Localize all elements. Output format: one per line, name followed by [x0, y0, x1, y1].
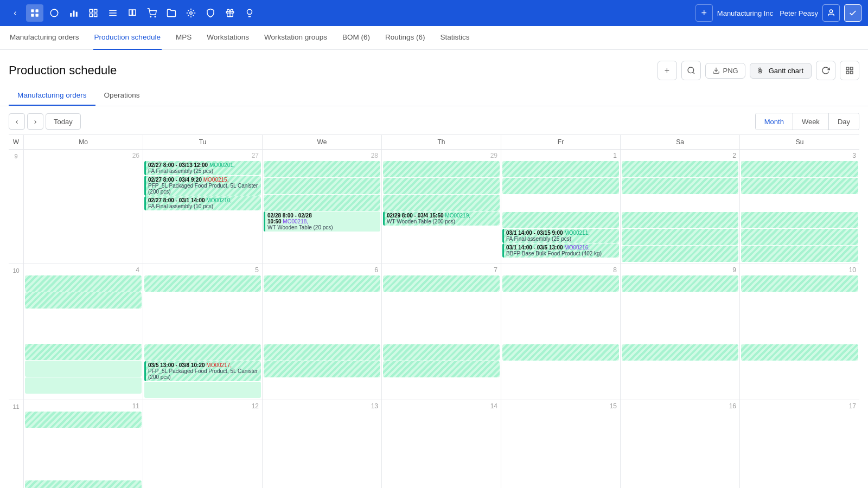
plus-button[interactable]: + — [695, 4, 713, 22]
e1-cont3 — [502, 161, 619, 177]
fri-header: Fr — [501, 135, 621, 149]
sub-tab-manufacturing-orders[interactable]: Manufacturing orders — [9, 87, 95, 106]
add-button[interactable]: + — [658, 61, 677, 80]
bulb-icon[interactable] — [241, 4, 258, 22]
list-icon[interactable] — [104, 4, 122, 22]
back-icon[interactable]: ‹ — [7, 4, 24, 22]
event-e4[interactable]: 02/28 8:00 - 02/28 10:50 MO00218, WT Woo… — [264, 211, 380, 232]
day-15: 15 — [501, 400, 621, 488]
gift-icon[interactable] — [221, 4, 239, 22]
check-icon[interactable] — [844, 4, 861, 22]
book-icon[interactable] — [124, 4, 141, 22]
event-e5[interactable]: 02/29 8:00 - 03/4 15:50 MO00219, WT Wood… — [383, 211, 500, 226]
cart-icon[interactable] — [143, 4, 161, 22]
search-button[interactable] — [681, 61, 701, 80]
svg-rect-6 — [73, 11, 75, 17]
nav-bom[interactable]: BOM (6) — [341, 26, 371, 50]
grid-icon[interactable] — [85, 4, 102, 22]
chart-icon[interactable] — [65, 4, 82, 22]
e10-we — [264, 361, 380, 377]
month-view-button[interactable]: Month — [756, 113, 793, 130]
nav-statistics[interactable]: Statistics — [439, 26, 471, 50]
event-e10[interactable]: 03/5 13:00 - 03/8 10:20 MO00217, PFP_5L … — [144, 361, 261, 381]
e7-sa — [622, 246, 738, 262]
nav-mps[interactable]: MPS — [175, 26, 193, 50]
svg-rect-11 — [94, 14, 97, 17]
gantt-label: Gantt chart — [769, 67, 803, 75]
event-e6[interactable]: 03/1 14:00 - 03/15 9:00 MO00211, FA Fina… — [502, 229, 619, 243]
event-e3-cont2 — [383, 195, 500, 211]
svg-rect-28 — [846, 71, 849, 74]
week-10-days: 10 4 5 — [9, 264, 859, 400]
svg-point-16 — [155, 16, 156, 17]
e5-cont — [502, 212, 619, 228]
day-27-num: 27 — [144, 152, 261, 160]
gantt-chart-button[interactable]: Gantt chart — [750, 63, 812, 79]
e2-sa — [622, 178, 738, 194]
svg-rect-8 — [90, 9, 92, 12]
folder-icon[interactable] — [163, 4, 180, 22]
page-header: Production schedule + PNG Gantt chart — [0, 50, 868, 87]
page-title: Production schedule — [9, 63, 117, 78]
sub-tab-operations[interactable]: Operations — [95, 87, 149, 106]
view-toggle-button[interactable] — [840, 61, 859, 80]
next-button[interactable]: › — [27, 113, 43, 130]
event-e1-cont2 — [383, 161, 500, 177]
today-button[interactable]: Today — [46, 113, 81, 130]
settings-icon[interactable] — [182, 4, 200, 22]
wed-header: We — [263, 135, 382, 149]
sat-header: Sa — [621, 135, 740, 149]
thu-header: Th — [382, 135, 501, 149]
svg-rect-9 — [94, 9, 97, 12]
e2-su — [741, 178, 858, 194]
day-2-num: 2 — [622, 152, 738, 160]
day-13: 13 — [263, 400, 382, 488]
week-11-num: 11 — [9, 400, 24, 488]
svg-rect-1 — [36, 9, 39, 12]
e2-w10-mo — [25, 292, 142, 309]
nav-routings[interactable]: Routings (6) — [384, 26, 426, 50]
e6-fr — [502, 344, 619, 361]
app-icon-1[interactable] — [26, 4, 43, 22]
calendar-header: W Mo Tu We Th Fr Sa Su — [9, 134, 859, 149]
event-e2[interactable]: 02/27 8:00 - 03/4 9:20 MO00215, PFP_5L P… — [144, 176, 261, 196]
day-12-num: 12 — [144, 402, 261, 411]
nav-manufacturing-orders[interactable]: Manufacturing orders — [9, 26, 80, 50]
e1-th — [383, 275, 500, 292]
week-11-days: 11 11 12 13 14 15 — [9, 400, 859, 488]
week-11-row: 11 11 12 13 14 15 — [9, 400, 859, 488]
svg-rect-3 — [36, 14, 39, 17]
shield-icon[interactable] — [202, 4, 219, 22]
nav-workstation-groups[interactable]: Workstation groups — [263, 26, 328, 50]
calendar: W Mo Tu We Th Fr Sa Su 9 26 27 02/27 8:0… — [0, 130, 868, 488]
e1-su2 — [741, 275, 858, 292]
user-avatar-icon[interactable] — [822, 4, 840, 22]
refresh-button[interactable] — [816, 61, 835, 80]
svg-rect-7 — [76, 12, 78, 17]
event-e1[interactable]: 02/27 8:00 - 03/13 12:00 MO00201, FA Fin… — [144, 161, 261, 175]
e7-su — [741, 246, 858, 262]
e6-sa2 — [622, 344, 738, 361]
day-26: 26 — [24, 150, 143, 264]
event-e3[interactable]: 02/27 8:00 - 03/1 14:00 MO00210, FA Fina… — [144, 196, 261, 210]
event-e7[interactable]: 03/1 14:00 - 03/5 13:00 MO00216, BBFP Ba… — [502, 243, 619, 258]
week-view-button[interactable]: Week — [793, 113, 828, 130]
day-29: 29 02/29 8:00 - 03/4 15:50 MO00219, WT W… — [382, 150, 501, 264]
e6-w10-tu — [144, 344, 261, 361]
day-16: 16 — [621, 400, 740, 488]
day-view-button[interactable]: Day — [828, 113, 859, 130]
day-15-num: 15 — [502, 402, 619, 411]
svg-rect-23 — [758, 68, 761, 69]
week-9-days: 9 26 27 02/27 8:00 - 03/13 12:00 MO00201… — [9, 150, 859, 264]
prev-button[interactable]: ‹ — [9, 113, 25, 130]
user-name: Peter Peasy — [780, 9, 818, 17]
svg-rect-29 — [850, 71, 853, 74]
nav-production-schedule[interactable]: Production schedule — [93, 26, 162, 50]
svg-rect-2 — [31, 14, 34, 17]
nav-workstations[interactable]: Workstations — [206, 26, 250, 50]
export-png-button[interactable]: PNG — [705, 63, 745, 79]
loading-icon[interactable] — [46, 4, 63, 22]
day-4-num: 4 — [25, 266, 142, 275]
day-14: 14 — [382, 400, 501, 488]
svg-rect-24 — [758, 70, 762, 71]
